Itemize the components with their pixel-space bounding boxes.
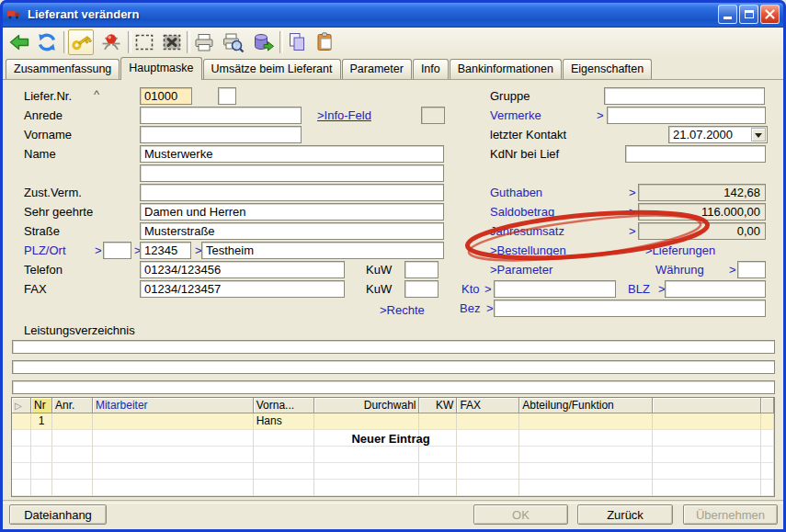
refresh-button[interactable] bbox=[34, 29, 60, 55]
tab-parameter[interactable]: Parameter bbox=[342, 59, 412, 79]
bestellungen-link[interactable]: >Bestellungen bbox=[490, 243, 566, 257]
tab-bankinformationen[interactable]: Bankinformationen bbox=[450, 59, 562, 79]
vermerke-input[interactable] bbox=[607, 107, 766, 124]
waehrung-label: Währung bbox=[655, 263, 704, 277]
parameter-link[interactable]: >Parameter bbox=[490, 263, 552, 277]
jahresumsatz-value: 0,00 bbox=[638, 222, 766, 240]
cell-vorname[interactable]: Hans bbox=[254, 413, 314, 430]
table-row-empty[interactable] bbox=[12, 480, 774, 496]
strasse-label: Straße bbox=[24, 224, 60, 238]
sehr-geehrte-input[interactable] bbox=[140, 203, 444, 221]
telefon-input[interactable] bbox=[140, 261, 345, 278]
telefon-kuw-box[interactable] bbox=[404, 261, 439, 278]
plz-input[interactable] bbox=[140, 242, 191, 259]
strasse-input[interactable] bbox=[140, 222, 444, 240]
table-row-empty[interactable] bbox=[12, 463, 774, 480]
name-input[interactable] bbox=[140, 145, 444, 163]
selection-rect-icon bbox=[132, 30, 156, 54]
tab-eigenschaften[interactable]: Eigenschaften bbox=[563, 59, 652, 79]
liefer-nr-input[interactable] bbox=[140, 87, 192, 105]
table-header-nr[interactable]: Nr bbox=[31, 398, 52, 413]
selection-button[interactable] bbox=[131, 29, 157, 55]
tab-hauptmaske[interactable]: Hauptmaske bbox=[120, 57, 201, 80]
database-export-button[interactable] bbox=[250, 29, 276, 55]
table-header-durchwahl[interactable]: Durchwahl bbox=[314, 398, 420, 413]
dropdown-arrow-icon[interactable] bbox=[751, 128, 766, 141]
table-header-anr[interactable]: Anr. bbox=[52, 398, 93, 413]
fax-kuw-box[interactable] bbox=[404, 280, 439, 298]
vorname-input[interactable] bbox=[140, 126, 302, 143]
saldobetrag-link[interactable]: Saldobetrag bbox=[490, 205, 554, 219]
window-title: Lieferant verändern bbox=[28, 7, 139, 21]
sort-caret-icon: ^ bbox=[94, 87, 99, 101]
leistungsverzeichnis-input-1[interactable] bbox=[12, 340, 775, 354]
gruppe-label: Gruppe bbox=[490, 89, 530, 103]
close-button[interactable] bbox=[760, 5, 780, 24]
cell-nr[interactable]: 1 bbox=[31, 413, 52, 430]
toolbar-separator bbox=[63, 31, 67, 53]
pin-button[interactable] bbox=[98, 29, 124, 55]
dateianhang-button[interactable]: Dateianhang bbox=[9, 504, 107, 525]
table-header-mitarbeiter[interactable]: Mitarbeiter bbox=[93, 398, 254, 413]
anrede-input[interactable] bbox=[140, 107, 302, 124]
letzter-kontakt-label: letzter Kontakt bbox=[490, 128, 566, 141]
sehr-geehrte-label: Sehr geehrte bbox=[24, 205, 93, 219]
table-header-row: ▷ Nr Anr. Mitarbeiter Vorna... Durchwahl… bbox=[12, 398, 774, 413]
info-feld-link[interactable]: >Info-Feld bbox=[317, 108, 371, 122]
kto-input[interactable] bbox=[494, 280, 616, 298]
jahresumsatz-link[interactable]: Jahresumsatz bbox=[490, 224, 564, 238]
zurueck-button[interactable]: Zurück bbox=[577, 504, 673, 525]
print-preview-icon bbox=[221, 30, 245, 54]
lieferungen-link[interactable]: >Lieferungen bbox=[645, 243, 715, 257]
vermerke-link[interactable]: Vermerke bbox=[490, 108, 541, 122]
rechte-link[interactable]: >Rechte bbox=[380, 303, 425, 317]
maximize-button[interactable] bbox=[739, 5, 758, 24]
table-row-empty[interactable] bbox=[12, 447, 774, 463]
plz-prefix-box[interactable] bbox=[103, 242, 131, 259]
printer-icon bbox=[192, 30, 216, 54]
leistungsverzeichnis-input-2[interactable] bbox=[12, 360, 775, 374]
leistungsverzeichnis-input-3[interactable] bbox=[12, 380, 775, 394]
back-button[interactable] bbox=[6, 29, 32, 55]
liefer-nr-flag-box[interactable] bbox=[218, 87, 236, 105]
waehrung-box[interactable] bbox=[737, 261, 766, 278]
titlebar[interactable]: Lieferant verändern bbox=[0, 0, 786, 28]
paste-button[interactable] bbox=[313, 29, 338, 55]
copy-button[interactable] bbox=[284, 29, 310, 55]
fax-input[interactable] bbox=[140, 280, 345, 298]
table-header-abteilung[interactable]: Abteilung/Funktion bbox=[519, 398, 653, 413]
gt-marker: > bbox=[486, 301, 494, 315]
print-button[interactable] bbox=[191, 29, 217, 55]
copy-icon bbox=[285, 30, 309, 54]
footer-divider bbox=[3, 500, 783, 504]
name2-input[interactable] bbox=[140, 164, 444, 182]
gruppe-input[interactable] bbox=[604, 87, 765, 105]
bez-input[interactable] bbox=[494, 300, 766, 317]
table-header-vorname[interactable]: Vorna... bbox=[254, 398, 314, 413]
name-label: Name bbox=[24, 147, 56, 161]
tab-zusammenfassung[interactable]: Zusammenfassung bbox=[6, 59, 120, 79]
print-preview-button[interactable] bbox=[220, 29, 245, 55]
plz-ort-link[interactable]: PLZ/Ort bbox=[24, 243, 66, 257]
blz-input[interactable] bbox=[665, 280, 766, 298]
minimize-button[interactable] bbox=[718, 5, 737, 24]
delete-selection-button[interactable] bbox=[159, 29, 185, 55]
tab-info[interactable]: Info bbox=[413, 59, 449, 79]
kdnr-input[interactable] bbox=[625, 145, 766, 163]
table-header-fax[interactable]: FAX bbox=[457, 398, 519, 413]
toolbar-separator bbox=[187, 31, 190, 53]
tab-strip: Zusammenfassung Hauptmaske Umsätze beim … bbox=[3, 57, 783, 80]
gt-marker: > bbox=[597, 108, 604, 122]
zust-verm-input[interactable] bbox=[140, 184, 444, 201]
guthaben-link[interactable]: Guthaben bbox=[490, 186, 542, 199]
key-button[interactable] bbox=[68, 29, 94, 55]
ort-input[interactable] bbox=[201, 242, 444, 259]
new-entry-label[interactable]: Neuer Eintrag bbox=[317, 432, 464, 446]
table-header-kw[interactable]: KW bbox=[419, 398, 457, 413]
toolbar-separator bbox=[279, 31, 283, 53]
tab-umsaetze[interactable]: Umsätze beim Lieferant bbox=[203, 59, 341, 79]
blz-label: BLZ bbox=[628, 282, 650, 296]
letzter-kontakt-dropdown[interactable]: 21.07.2000 bbox=[668, 126, 768, 143]
table-row-1[interactable]: 1 Hans bbox=[12, 413, 774, 430]
kdnr-label: KdNr bei Lief bbox=[490, 147, 559, 161]
